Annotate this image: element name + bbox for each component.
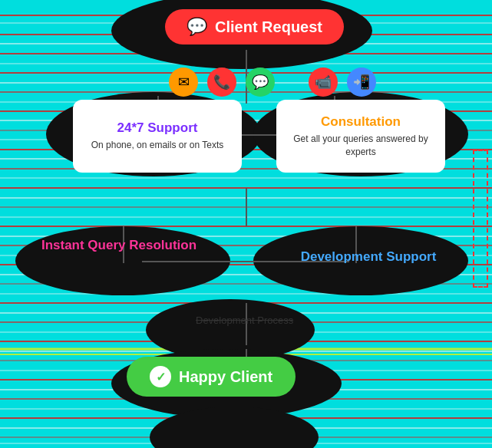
consult-card-title: Consultation (321, 114, 401, 130)
support-card-desc: On phone, on emails or on Texts (91, 139, 224, 152)
checkmark-icon: ✓ (150, 366, 171, 387)
video-icon[interactable]: 📹 (309, 68, 338, 97)
phone-icon[interactable]: 📞 (207, 68, 236, 97)
client-request-button[interactable]: 💬 Client Request (165, 9, 344, 44)
chat-icon: 💬 (187, 17, 207, 37)
support-card-title: 24*7 Support (117, 120, 198, 136)
instant-query-resolution: Instant Query Resolution (23, 238, 215, 253)
whatsapp-icon[interactable]: 💬 (246, 68, 275, 97)
happy-client-button[interactable]: ✓ Happy Client (127, 357, 296, 397)
email-icon[interactable]: ✉ (169, 68, 198, 97)
development-support: Development Support (276, 249, 461, 265)
connector-v-mid (246, 188, 247, 226)
consult-card-desc: Get all your queries answered by experts (284, 133, 438, 159)
contact-icons-row: ✉ 📞 💬 📹 📲 (169, 68, 376, 97)
dashed-border-box (473, 150, 488, 288)
happy-client-label: Happy Client (179, 368, 272, 386)
development-process: Development Process (196, 315, 293, 326)
support-card: 24*7 Support On phone, on emails or on T… (73, 100, 242, 173)
client-request-label: Client Request (215, 18, 322, 36)
call-icon[interactable]: 📲 (347, 68, 376, 97)
consultation-card: Consultation Get all your queries answer… (276, 100, 445, 173)
